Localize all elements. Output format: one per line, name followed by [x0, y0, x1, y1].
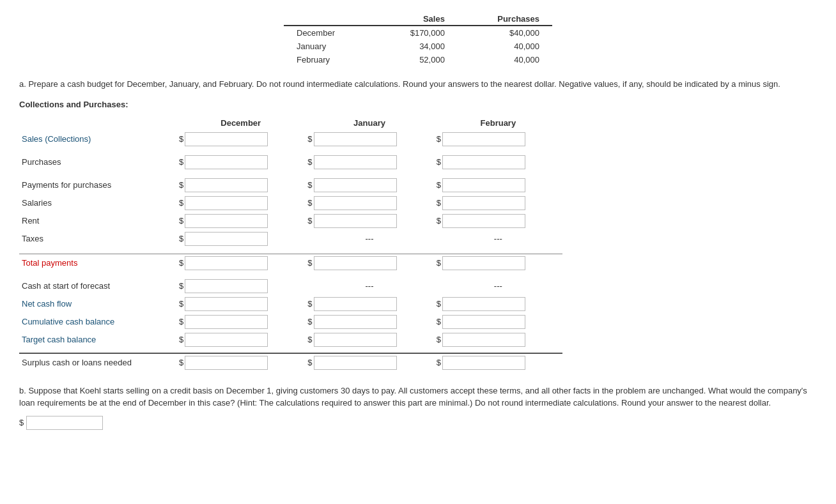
dec-payments-purchases-input[interactable]: [185, 178, 268, 192]
table-row: December $170,000 $40,000: [284, 26, 552, 40]
feb-taxes-dash: ---: [434, 230, 562, 248]
feb-purchases-cell: $: [434, 153, 562, 171]
row-payments-purchases: Payments for purchases $ $ $: [19, 176, 562, 194]
purchases-january: 40,000: [458, 40, 552, 53]
feb-target-cash-cell: $: [434, 331, 562, 349]
dollar-sign: $: [437, 335, 441, 344]
dec-salaries-input[interactable]: [185, 196, 268, 210]
feb-total-payments-input[interactable]: [442, 256, 525, 270]
dollar-sign: $: [179, 157, 183, 167]
label-taxes: Taxes: [19, 230, 176, 248]
purchases-december: $40,000: [458, 26, 552, 40]
instruction-b: b. Suppose that Koehl starts selling on …: [19, 385, 817, 409]
section-title-collections: Collections and Purchases:: [19, 100, 817, 109]
dec-cumulative-cash-cell: $: [176, 313, 305, 331]
dec-purchases-cell: $: [176, 153, 305, 171]
jan-total-payments-input[interactable]: [314, 256, 397, 270]
dollar-sign: $: [437, 317, 441, 326]
label-rent: Rent: [19, 212, 176, 230]
table-row: February 52,000 40,000: [284, 53, 552, 66]
dollar-sign: $: [179, 234, 183, 243]
label-cumulative-cash: Cumulative cash balance: [19, 313, 176, 331]
col-header-purchases: Purchases: [458, 13, 552, 26]
sales-january: 34,000: [373, 40, 458, 53]
feb-net-cash-flow-input[interactable]: [442, 297, 525, 311]
feb-cumulative-cash-cell: $: [434, 313, 562, 331]
feb-cash-start-dash: ---: [434, 277, 562, 295]
jan-net-cash-flow-cell: $: [305, 295, 433, 313]
part-b-dollar-sign: $: [19, 418, 24, 427]
dec-purchases-input[interactable]: [185, 155, 268, 169]
dollar-sign: $: [307, 317, 312, 326]
row-surplus-loans: Surplus cash or loans needed $ $ $: [19, 353, 562, 372]
purchases-february: 40,000: [458, 53, 552, 66]
table-row: January 34,000 40,000: [284, 40, 552, 53]
jan-taxes-dash: ---: [305, 230, 433, 248]
jan-rent-input[interactable]: [314, 214, 397, 228]
dec-taxes-input[interactable]: [185, 232, 268, 246]
row-purchases: Purchases $ $ $: [19, 153, 562, 171]
feb-rent-input[interactable]: [442, 214, 525, 228]
label-cash-start: Cash at start of forecast: [19, 277, 176, 295]
dollar-sign: $: [179, 198, 183, 208]
dollar-sign: $: [437, 258, 441, 268]
dec-sales-collections-input[interactable]: [185, 132, 268, 146]
dec-target-cash-input[interactable]: [185, 333, 268, 347]
dec-net-cash-flow-input[interactable]: [185, 297, 268, 311]
sales-february: 52,000: [373, 53, 458, 66]
feb-surplus-input[interactable]: [442, 356, 525, 370]
feb-salaries-input[interactable]: [442, 196, 525, 210]
dec-rent-input[interactable]: [185, 214, 268, 228]
jan-salaries-input[interactable]: [314, 196, 397, 210]
row-total-payments: Total payments $ $ $: [19, 254, 562, 272]
dollar-sign: $: [307, 258, 312, 268]
jan-surplus-input[interactable]: [314, 356, 397, 370]
dec-surplus-input[interactable]: [185, 356, 268, 370]
label-net-cash-flow: Net cash flow: [19, 295, 176, 313]
dec-cumulative-cash-input[interactable]: [185, 315, 268, 329]
feb-payments-purchases-input[interactable]: [442, 178, 525, 192]
feb-target-cash-input[interactable]: [442, 333, 525, 347]
jan-cumulative-cash-input[interactable]: [314, 315, 397, 329]
row-taxes: Taxes $ --- ---: [19, 230, 562, 248]
dollar-sign: $: [307, 157, 312, 167]
dollar-sign: $: [307, 198, 312, 208]
dec-total-payments-input[interactable]: [185, 256, 268, 270]
jan-rent-cell: $: [305, 212, 433, 230]
label-payments-purchases: Payments for purchases: [19, 176, 176, 194]
dollar-sign: $: [179, 299, 183, 309]
jan-sales-collections-input[interactable]: [314, 132, 397, 146]
label-purchases: Purchases: [19, 153, 176, 171]
row-target-cash: Target cash balance $ $ $: [19, 331, 562, 349]
jan-purchases-cell: $: [305, 153, 433, 171]
feb-sales-collections-input[interactable]: [442, 132, 525, 146]
feb-purchases-input[interactable]: [442, 155, 525, 169]
dollar-sign: $: [179, 134, 183, 144]
dollar-sign: $: [179, 258, 183, 268]
label-sales-collections: Sales (Collections): [19, 130, 176, 148]
sales-december: $170,000: [373, 26, 458, 40]
part-b-loan-input[interactable]: [26, 416, 103, 430]
jan-target-cash-input[interactable]: [314, 333, 397, 347]
feb-net-cash-flow-cell: $: [434, 295, 562, 313]
top-data-table: Sales Purchases December $170,000 $40,00…: [284, 13, 552, 66]
instruction-a: a. Prepare a cash budget for December, J…: [19, 78, 817, 91]
col-header-sales: Sales: [373, 13, 458, 26]
jan-net-cash-flow-input[interactable]: [314, 297, 397, 311]
dec-cash-start-input[interactable]: [185, 279, 268, 293]
feb-cumulative-cash-input[interactable]: [442, 315, 525, 329]
feb-rent-cell: $: [434, 212, 562, 230]
dollar-sign: $: [437, 180, 441, 190]
month-january: January: [284, 40, 373, 53]
jan-purchases-input[interactable]: [314, 155, 397, 169]
jan-total-payments-cell: $: [305, 254, 433, 272]
dec-target-cash-cell: $: [176, 331, 305, 349]
dollar-sign: $: [179, 335, 183, 344]
dec-cash-start-cell: $: [176, 277, 305, 295]
feb-surplus-cell: $: [434, 353, 562, 372]
jan-payments-purchases-input[interactable]: [314, 178, 397, 192]
col-header-label: [19, 116, 176, 130]
dollar-sign: $: [437, 358, 441, 367]
dollar-sign: $: [307, 180, 312, 190]
feb-payments-purchases-cell: $: [434, 176, 562, 194]
